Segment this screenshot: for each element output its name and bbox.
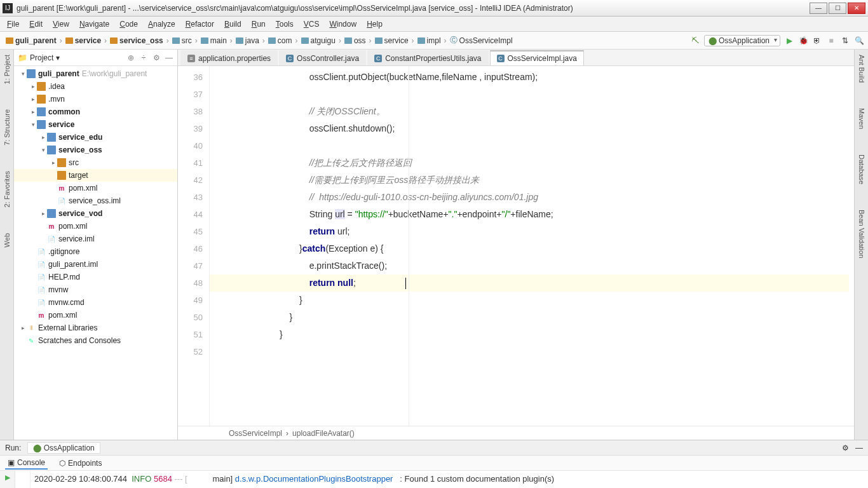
- left-tab-7-structure[interactable]: 7: Structure: [3, 107, 11, 148]
- maximize-button[interactable]: ☐: [829, 3, 846, 14]
- tree-item-scratches-and-consoles[interactable]: ✎Scratches and Consoles: [14, 334, 177, 347]
- gutter: 3637383940414243444546474849505152: [178, 66, 210, 426]
- tree-item--mvn[interactable]: ▸.mvn: [14, 93, 177, 105]
- run-icon[interactable]: ▶: [784, 36, 794, 46]
- stop-icon[interactable]: ■: [826, 36, 836, 46]
- right-tab-database[interactable]: Database: [858, 152, 865, 187]
- editor-tab-osscontroller-java[interactable]: COssController.java: [279, 50, 366, 65]
- breadcrumb-impl[interactable]: impl: [416, 36, 443, 46]
- breadcrumb-ossserviceimpl[interactable]: ⒸOssServiceImpl: [448, 34, 515, 46]
- vcs-icon[interactable]: ⇅: [840, 36, 850, 46]
- tree-item-pom-xml[interactable]: mpom.xml: [14, 182, 177, 194]
- menu-help[interactable]: Help: [362, 18, 387, 30]
- navigation-bar: guli_parent›service›service_oss›src›main…: [0, 32, 868, 50]
- breadcrumb-atguigu[interactable]: atguigu: [299, 36, 337, 46]
- tree-item-help-md[interactable]: 📄HELP.md: [14, 271, 177, 283]
- menu-analyze[interactable]: Analyze: [144, 18, 180, 30]
- project-tool-window: 📁 Project ▾ ⊕ ÷ ⚙ — ▾guli_parentE:\work\…: [14, 50, 178, 440]
- menu-view[interactable]: View: [48, 18, 74, 30]
- window-title: guli_parent [E:\work\guli_parent] - ...\…: [17, 4, 810, 13]
- editor-tab-application-properties[interactable]: ≡application.properties: [180, 50, 278, 65]
- menu-navigate[interactable]: Navigate: [75, 18, 114, 30]
- console-output[interactable]: 2020-02-29 10:48:00.744 INFO 5684 --- [ …: [31, 471, 868, 488]
- code-editor[interactable]: ossClient.putObject(bucketName,fileName …: [210, 66, 854, 426]
- tree-item-pom-xml[interactable]: mpom.xml: [14, 220, 177, 233]
- right-tab-bean-validation[interactable]: Bean Validation: [858, 207, 865, 261]
- locate-icon[interactable]: ⊕: [126, 53, 135, 62]
- run-hide-icon[interactable]: —: [855, 444, 863, 452]
- editor-tab-ossserviceimpl-java[interactable]: COssServiceImpl.java: [490, 50, 584, 65]
- menu-tools[interactable]: Tools: [271, 18, 298, 30]
- menu-file[interactable]: File: [3, 18, 24, 30]
- run-tab-endpoints[interactable]: ⬡ Endpoints: [57, 458, 104, 469]
- run-config-tab[interactable]: ⬤ OssApplication: [27, 442, 100, 454]
- editor-area: ≡application.propertiesCOssController.ja…: [178, 50, 854, 440]
- tree-item--idea[interactable]: ▸.idea: [14, 80, 177, 93]
- tree-item-pom-xml[interactable]: mpom.xml: [14, 309, 177, 322]
- breadcrumb-com[interactable]: com: [266, 36, 294, 46]
- editor-breadcrumb[interactable]: OssServiceImpl›uploadFileAvatar(): [178, 426, 854, 440]
- editor-body[interactable]: 3637383940414243444546474849505152 ossCl…: [178, 66, 854, 426]
- build-icon[interactable]: ⛏: [690, 36, 700, 46]
- menu-code[interactable]: Code: [115, 18, 142, 30]
- window-titlebar: IJ guli_parent [E:\work\guli_parent] - .…: [0, 0, 868, 17]
- tree-item-service-iml[interactable]: 📄service.iml: [14, 233, 177, 245]
- tree-item-external-libraries[interactable]: ▸⫴External Libraries: [14, 322, 177, 334]
- tree-item-service_oss[interactable]: ▾service_oss: [14, 144, 177, 156]
- menu-edit[interactable]: Edit: [25, 18, 47, 30]
- run-settings-icon[interactable]: ⚙: [842, 444, 849, 452]
- right-tab-ant-build[interactable]: Ant Build: [858, 52, 865, 85]
- right-tool-strip: Ant BuildMavenDatabaseBean Validation: [854, 50, 868, 440]
- settings-icon[interactable]: ⚙: [152, 53, 161, 62]
- tree-item--gitignore[interactable]: 📄.gitignore: [14, 245, 177, 258]
- breadcrumb-guli_parent[interactable]: guli_parent: [4, 36, 58, 46]
- left-tab-2-favorites[interactable]: 2: Favorites: [3, 168, 11, 210]
- menu-refactor[interactable]: Refactor: [181, 18, 219, 30]
- tree-item-mvnw-cmd[interactable]: 📄mvnw.cmd: [14, 296, 177, 309]
- breadcrumb-main[interactable]: main: [199, 36, 229, 46]
- minimize-button[interactable]: —: [810, 3, 827, 14]
- run-tab-console[interactable]: ▣ Console: [5, 457, 48, 470]
- collapse-icon[interactable]: ÷: [139, 53, 148, 62]
- tree-item-mvnw[interactable]: 📄mvnw: [14, 283, 177, 296]
- run-config-selector[interactable]: ⬤OssApplication: [704, 35, 780, 46]
- editor-tab-constantpropertiesutils-java[interactable]: CConstantPropertiesUtils.java: [367, 50, 488, 65]
- breadcrumb-java[interactable]: java: [234, 36, 261, 46]
- tree-item-target[interactable]: target: [14, 169, 177, 182]
- left-tab-1-project[interactable]: 1: Project: [3, 52, 11, 86]
- tree-item-src[interactable]: ▸src: [14, 156, 177, 169]
- menu-build[interactable]: Build: [220, 18, 246, 30]
- tree-item-guli_parent-iml[interactable]: 📄guli_parent.iml: [14, 258, 177, 271]
- tree-item-common[interactable]: ▸common: [14, 105, 177, 118]
- tree-item-service_vod[interactable]: ▸service_vod: [14, 207, 177, 220]
- editor-tabs: ≡application.propertiesCOssController.ja…: [178, 50, 854, 66]
- rerun-icon[interactable]: ▶: [3, 472, 13, 482]
- left-tool-strip: 1: Project7: Structure2: FavoritesWeb: [0, 50, 14, 440]
- close-button[interactable]: ✕: [848, 3, 865, 14]
- menu-vcs[interactable]: VCS: [299, 18, 324, 30]
- left-tab-web[interactable]: Web: [3, 231, 11, 250]
- breadcrumb-oss[interactable]: oss: [342, 36, 368, 46]
- menu-run[interactable]: Run: [247, 18, 270, 30]
- tree-item-guli_parent[interactable]: ▾guli_parentE:\work\guli_parent: [14, 67, 177, 80]
- menu-bar: FileEditViewNavigateCodeAnalyzeRefactorB…: [0, 17, 868, 32]
- breadcrumb-service_oss[interactable]: service_oss: [108, 36, 165, 46]
- coverage-icon[interactable]: ⛨: [812, 36, 822, 46]
- breadcrumb-src[interactable]: src: [170, 36, 194, 46]
- breadcrumb-service[interactable]: service: [64, 36, 103, 46]
- hide-icon[interactable]: —: [165, 53, 173, 62]
- debug-icon[interactable]: 🐞: [798, 36, 808, 46]
- intellij-icon: IJ: [3, 3, 13, 13]
- right-tab-maven[interactable]: Maven: [858, 105, 865, 132]
- run-label: Run:: [5, 444, 21, 452]
- menu-window[interactable]: Window: [325, 18, 361, 30]
- breadcrumb-service[interactable]: service: [373, 36, 410, 46]
- tree-item-service_edu[interactable]: ▸service_edu: [14, 131, 177, 144]
- tree-item-service_oss-iml[interactable]: 📄service_oss.iml: [14, 194, 177, 207]
- search-icon[interactable]: 🔍: [854, 36, 864, 46]
- tree-item-service[interactable]: ▾service: [14, 118, 177, 131]
- project-view-selector[interactable]: 📁 Project ▾: [18, 53, 60, 62]
- run-tool-window: Run: ⬤ OssApplication ⚙ — ▣ Console⬡ End…: [0, 440, 868, 488]
- project-tree[interactable]: ▾guli_parentE:\work\guli_parent▸.idea▸.m…: [14, 66, 177, 440]
